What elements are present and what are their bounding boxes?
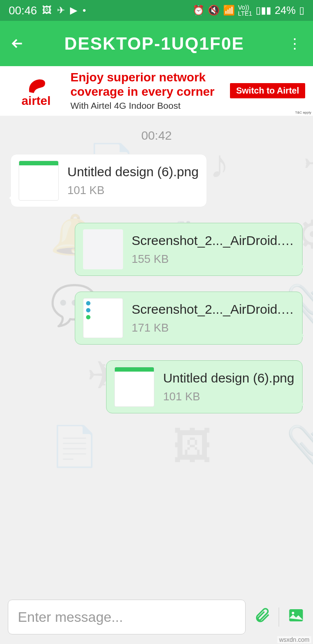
attach-button[interactable] (253, 607, 271, 628)
ad-cta-button[interactable]: Switch to Airtel (230, 83, 305, 98)
input-bar: Enter message... (8, 600, 305, 634)
message-input[interactable]: Enter message... (8, 600, 246, 634)
send-icon: ✈ (57, 5, 65, 16)
message-outgoing[interactable]: Untitled design (6).png 101 KB (10, 360, 303, 413)
wifi-icon: 📶 (223, 5, 235, 16)
message-incoming[interactable]: Untitled design (6).png 101 KB (10, 154, 303, 207)
battery-percent: 24% (275, 4, 296, 17)
status-time: 00:46 (9, 4, 37, 17)
image-icon: 🖼 (42, 5, 52, 16)
separator (279, 607, 279, 627)
send-image-button[interactable] (287, 606, 305, 628)
ad-copy: Enjoy superior network coverage in every… (64, 70, 230, 111)
chat-area: 📄 ♪ ✈ 🔔 📷 ⚙ 💬 🖥 📎 ✉ ✈ 🎮 ♪ 📄 🖼 📎 00:42 Un… (0, 116, 313, 596)
ad-brand: airtel (22, 94, 51, 108)
battery-icon: ▯ (299, 5, 304, 16)
message-outgoing[interactable]: Screenshot_2..._AirDroid.jpg 171 KB (10, 292, 303, 345)
ad-logo: airtel (8, 74, 64, 108)
signal-icon: ▯▮▮ (256, 5, 271, 16)
alarm-icon: ⏰ (193, 5, 204, 16)
message-outgoing[interactable]: Screenshot_2..._AirDroid.jpg 155 KB (10, 223, 303, 276)
status-bar: 00:46 🖼 ✈ ▶ • ⏰ 🔇 📶 Vo))LTE1 ▯▮▮ 24% ▯ (0, 0, 313, 21)
ad-terms: T&C apply (295, 111, 311, 114)
file-name: Untitled design (6).png (163, 371, 294, 386)
ad-banner[interactable]: airtel Enjoy superior network coverage i… (0, 66, 313, 116)
file-size: 101 KB (67, 184, 199, 197)
mute-icon: 🔇 (208, 5, 220, 16)
volte-icon: Vo))LTE1 (238, 4, 252, 17)
app-bar: DESKTOP-1UQ1F0E ⋮ (0, 21, 313, 66)
overflow-menu-button[interactable]: ⋮ (286, 35, 303, 52)
file-name: Untitled design (6).png (67, 164, 199, 179)
file-name: Screenshot_2..._AirDroid.jpg (132, 302, 294, 317)
file-size: 155 KB (132, 252, 294, 266)
file-thumbnail (83, 298, 123, 338)
svg-point-1 (292, 611, 294, 614)
status-right: ⏰ 🔇 📶 Vo))LTE1 ▯▮▮ 24% ▯ (193, 4, 304, 17)
file-thumbnail (83, 229, 123, 269)
file-thumbnail (19, 161, 59, 201)
youtube-icon: ▶ (70, 5, 77, 16)
chat-timestamp: 00:42 (0, 129, 313, 143)
dot-icon: • (83, 5, 86, 16)
status-left: 00:46 🖼 ✈ ▶ • (9, 4, 86, 17)
page-title: DESKTOP-1UQ1F0E (23, 34, 286, 54)
ad-headline: Enjoy superior network coverage in every… (70, 70, 230, 98)
file-thumbnail (114, 367, 154, 407)
watermark: wsxdn.com (277, 636, 311, 643)
file-name: Screenshot_2..._AirDroid.jpg (132, 233, 294, 248)
file-size: 171 KB (132, 321, 294, 335)
file-size: 101 KB (163, 390, 294, 403)
ad-subheadline: With Airtel 4G Indoor Boost (70, 101, 230, 111)
